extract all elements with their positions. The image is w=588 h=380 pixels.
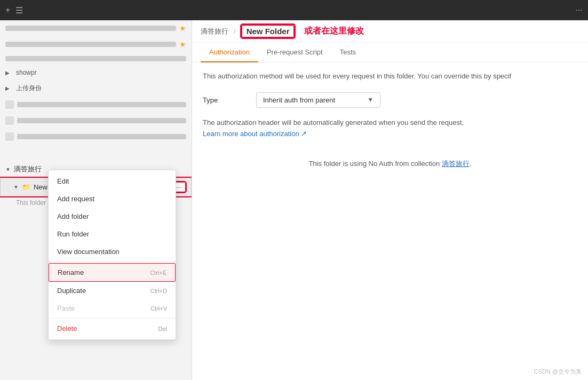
learn-more-link[interactable]: Learn more about authorization ↗ bbox=[203, 130, 307, 138]
menu-divider-2 bbox=[49, 318, 176, 319]
menu-icon[interactable]: ☰ bbox=[15, 5, 23, 15]
paste-label: Paste bbox=[57, 304, 75, 312]
tab-pre-request[interactable]: Pre-request Script bbox=[258, 43, 331, 62]
tab-tests[interactable]: Tests bbox=[331, 43, 364, 62]
context-menu-add-request[interactable]: Add request bbox=[49, 190, 176, 208]
no-auth-text-1: This folder is using No Auth from collec… bbox=[309, 160, 442, 168]
context-menu-edit[interactable]: Edit bbox=[49, 172, 176, 190]
auth-info-box: The authorization header will be automat… bbox=[203, 118, 577, 138]
context-menu-rename[interactable]: Rename Ctrl+E bbox=[49, 263, 176, 282]
collection-name: 滴答旅行 bbox=[14, 164, 42, 174]
chevron-down-icon-3: ▼ bbox=[367, 96, 374, 104]
add-request-label: Add request bbox=[57, 195, 94, 203]
context-menu-paste[interactable]: Paste Ctrl+V bbox=[49, 299, 176, 317]
list-item[interactable]: ★ bbox=[0, 36, 192, 52]
chevron-right-icon: ▶ bbox=[5, 70, 13, 76]
edit-label: Edit bbox=[57, 177, 69, 185]
chevron-down-icon: ▼ bbox=[5, 167, 11, 172]
duplicate-shortcut: Ctrl+D bbox=[150, 288, 167, 294]
tabs-bar: Authorization Pre-request Script Tests bbox=[192, 43, 588, 62]
tab-authorization[interactable]: Authorization bbox=[201, 43, 258, 62]
delete-shortcut: Del bbox=[158, 326, 167, 332]
menu-divider bbox=[49, 262, 176, 262]
type-select[interactable]: Inherit auth from parent ▼ bbox=[256, 92, 380, 108]
type-select-value: Inherit auth from parent bbox=[263, 96, 335, 104]
right-panel: 滴答旅行 / New Folder 或者在这里修改 Authorization … bbox=[192, 20, 588, 380]
annotation-text: 或者在这里修改 bbox=[304, 26, 364, 37]
no-auth-message: This folder is using No Auth from collec… bbox=[203, 159, 577, 169]
rename-shortcut: Ctrl+E bbox=[150, 270, 166, 276]
context-menu-run-folder[interactable]: Run folder bbox=[49, 225, 176, 243]
context-menu-delete[interactable]: Delete Del bbox=[49, 320, 176, 337]
watermark: CSDN @念兮为美 bbox=[534, 368, 582, 376]
view-docs-label: View documentation bbox=[57, 248, 120, 256]
no-auth-text-2: . bbox=[470, 160, 472, 168]
context-menu-add-folder[interactable]: Add folder bbox=[49, 208, 176, 225]
more-options-icon[interactable]: ··· bbox=[576, 5, 583, 15]
auth-info-line: The authorization header will be automat… bbox=[203, 118, 577, 126]
collection-link[interactable]: 滴答旅行 bbox=[442, 160, 470, 168]
list-item[interactable] bbox=[0, 113, 192, 129]
rename-label: Rename bbox=[58, 268, 84, 276]
context-menu-view-docs[interactable]: View documentation bbox=[49, 243, 176, 260]
context-menu-duplicate[interactable]: Duplicate Ctrl+D bbox=[49, 282, 176, 299]
title-bar: 滴答旅行 / New Folder 或者在这里修改 bbox=[192, 20, 588, 43]
run-folder-label: Run folder bbox=[57, 230, 89, 238]
sidebar-item-showpr[interactable]: ▶ showpr bbox=[0, 65, 192, 80]
context-menu: Edit Add request Add folder Run folder V… bbox=[48, 170, 176, 340]
list-item[interactable] bbox=[0, 97, 192, 113]
breadcrumb: 滴答旅行 bbox=[201, 27, 228, 36]
main-layout: ★ ★ ▶ showpr ▶ 上传身份 bbox=[0, 20, 588, 380]
type-label: Type bbox=[203, 96, 245, 104]
sidebar-item-label: showpr bbox=[16, 69, 186, 76]
folder-icon: 📁 bbox=[22, 183, 30, 191]
list-item[interactable] bbox=[0, 129, 192, 145]
add-folder-label: Add folder bbox=[57, 212, 89, 220]
duplicate-label: Duplicate bbox=[57, 287, 86, 295]
star-icon: ★ bbox=[179, 40, 186, 49]
type-row: Type Inherit auth from parent ▼ bbox=[203, 92, 577, 108]
list-item[interactable]: ★ bbox=[0, 20, 192, 36]
auth-info-text: This authorization method will be used f… bbox=[203, 71, 577, 82]
paste-shortcut: Ctrl+V bbox=[150, 305, 167, 312]
folder-title[interactable]: New Folder bbox=[241, 25, 295, 38]
top-bar: + ☰ ··· bbox=[0, 0, 588, 20]
chevron-right-icon: ▶ bbox=[5, 85, 13, 91]
sidebar-item-label: 上传身份 bbox=[16, 84, 186, 93]
add-icon[interactable]: + bbox=[5, 5, 10, 15]
panel-content: This authorization method will be used f… bbox=[192, 62, 588, 380]
breadcrumb-separator: / bbox=[234, 27, 236, 35]
chevron-down-icon-2: ▼ bbox=[13, 184, 19, 190]
list-item[interactable] bbox=[0, 52, 192, 65]
sidebar-item-upload[interactable]: ▶ 上传身份 bbox=[0, 80, 192, 97]
star-icon: ★ bbox=[179, 24, 186, 33]
sidebar: ★ ★ ▶ showpr ▶ 上传身份 bbox=[0, 20, 192, 380]
delete-label: Delete bbox=[57, 324, 77, 332]
